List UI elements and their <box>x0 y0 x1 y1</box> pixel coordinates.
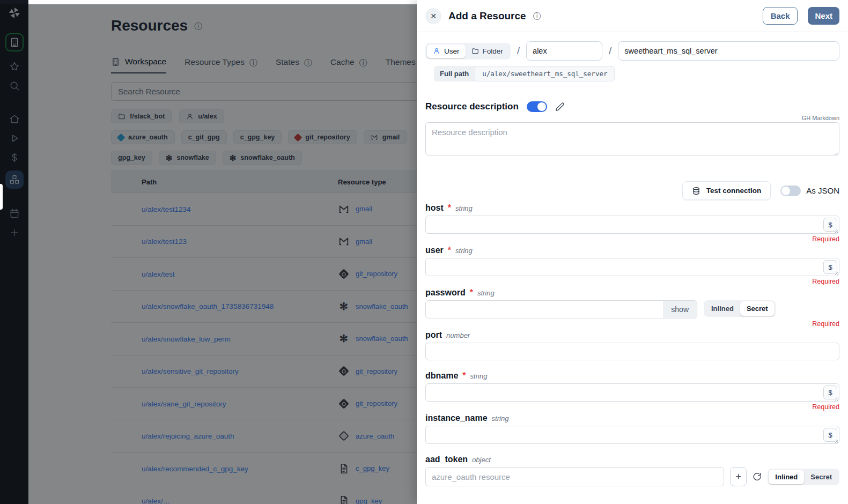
kind-option-folder[interactable]: Folder <box>466 45 509 58</box>
field-label: host*string <box>425 203 839 213</box>
kind-option-label: Folder <box>483 47 503 55</box>
as-json-control: As JSON <box>780 186 839 196</box>
as-json-toggle[interactable] <box>780 186 801 196</box>
path-separator: / <box>517 45 520 57</box>
aad_token-input[interactable] <box>425 467 724 486</box>
field-type: string <box>477 289 495 297</box>
field-type: string <box>455 247 473 255</box>
field-type: number <box>446 331 470 339</box>
description-heading: Resource description <box>425 101 519 112</box>
markdown-hint: GH Markdown <box>425 115 839 121</box>
close-icon: ✕ <box>430 12 437 20</box>
field-instance_name: instance_namestring$ <box>425 413 839 444</box>
field-name: port <box>425 330 442 340</box>
drawer-scrim[interactable] <box>0 4 417 504</box>
password-input[interactable] <box>425 300 697 318</box>
full-path-label: Full path <box>434 66 475 81</box>
password-inlined-option[interactable]: Inlined <box>705 301 740 316</box>
folder-icon <box>471 47 479 55</box>
field-label: instance_namestring <box>425 413 839 423</box>
field-type: string <box>470 372 488 380</box>
port-input[interactable] <box>425 343 839 360</box>
add-resource-button[interactable]: + <box>730 467 747 486</box>
next-button[interactable]: Next <box>808 7 839 25</box>
password-storage-toggle: InlinedSecret <box>704 300 776 317</box>
user-input[interactable] <box>425 258 839 276</box>
variable-picker-button[interactable]: $ <box>823 218 837 232</box>
field-name: host <box>425 203 444 213</box>
field-name: aad_token <box>425 455 468 464</box>
password-row: showInlinedSecret <box>425 300 839 318</box>
description-textarea[interactable] <box>425 122 839 155</box>
close-drawer-button[interactable]: ✕ <box>425 8 441 24</box>
aad_token-secret-option[interactable]: Secret <box>804 470 838 484</box>
field-input-wrap: $ <box>425 216 839 234</box>
required-asterisk: * <box>448 203 451 213</box>
password-input-wrap: show <box>425 300 697 318</box>
as-json-label: As JSON <box>806 186 839 195</box>
full-path-badge: Full path u/alex/sweetheart_ms_sql_serve… <box>434 66 615 81</box>
resource-form-fields: host*string$Requireduser*string$Required… <box>425 203 839 486</box>
required-hint: Required <box>425 235 839 243</box>
drawer-header: ✕ Add a Resource ⓘ Back Next <box>417 0 848 32</box>
field-label: user*string <box>425 246 839 255</box>
host-input[interactable] <box>425 216 839 234</box>
aad_token-inlined-option[interactable]: Inlined <box>769 470 804 484</box>
owner-input[interactable] <box>526 41 602 61</box>
database-icon <box>692 187 700 195</box>
owner-kind-toggle: UserFolder <box>425 43 511 60</box>
dbname-input[interactable] <box>425 383 839 402</box>
toggle-knob <box>537 102 546 111</box>
field-input-wrap <box>425 343 839 360</box>
field-name: password <box>425 288 466 298</box>
pencil-icon[interactable] <box>555 102 565 112</box>
required-hint: Required <box>425 403 839 411</box>
resource-name-input[interactable] <box>618 41 839 61</box>
required-asterisk: * <box>448 246 451 255</box>
test-connection-button[interactable]: Test connection <box>682 181 771 200</box>
description-field <box>425 122 839 158</box>
required-asterisk: * <box>470 288 473 298</box>
field-port: portnumber <box>425 330 839 360</box>
field-host: host*string$Required <box>425 203 839 243</box>
toggle-knob <box>781 187 790 195</box>
field-password: password*stringshowInlinedSecretRequired <box>425 288 839 328</box>
kind-option-user[interactable]: User <box>427 45 466 58</box>
field-name: user <box>425 246 444 255</box>
password-secret-option[interactable]: Secret <box>740 301 775 316</box>
refresh-button[interactable] <box>753 471 762 483</box>
resource-picker-row: +InlinedSecret <box>425 467 839 486</box>
info-icon: ⓘ <box>533 12 541 20</box>
field-type: object <box>472 456 491 464</box>
required-asterisk: * <box>462 371 466 381</box>
aad_token-storage-toggle: InlinedSecret <box>768 469 839 485</box>
show-password-button[interactable]: show <box>663 301 697 318</box>
field-aad_token: aad_tokenobject+InlinedSecret <box>425 455 839 486</box>
test-connection-row: Test connection As JSON <box>425 181 839 200</box>
variable-picker-button[interactable]: $ <box>823 386 837 399</box>
drawer-title: Add a Resource <box>448 10 526 22</box>
kind-option-label: User <box>444 47 460 55</box>
field-dbname: dbname*string$Required <box>425 371 839 411</box>
description-header: Resource description <box>425 101 839 112</box>
left-edge-handle <box>0 184 3 210</box>
field-label: dbname*string <box>425 371 839 381</box>
variable-picker-button[interactable]: $ <box>823 428 837 442</box>
path-builder-row: UserFolder / / <box>425 41 839 61</box>
instance_name-input[interactable] <box>425 426 839 444</box>
required-hint: Required <box>425 320 839 328</box>
required-hint: Required <box>425 278 839 285</box>
field-input-wrap: $ <box>425 426 839 444</box>
description-toggle[interactable] <box>527 101 547 112</box>
field-label: password*string <box>425 288 839 298</box>
field-input-wrap: $ <box>425 258 839 276</box>
field-name: instance_name <box>425 413 488 423</box>
field-type: string <box>492 414 509 423</box>
field-name: dbname <box>425 371 458 381</box>
person-icon <box>433 47 440 55</box>
field-type: string <box>455 204 473 212</box>
back-button[interactable]: Back <box>763 7 798 25</box>
variable-picker-button[interactable]: $ <box>823 260 837 274</box>
field-label: portnumber <box>425 330 839 340</box>
path-separator: / <box>609 45 611 57</box>
